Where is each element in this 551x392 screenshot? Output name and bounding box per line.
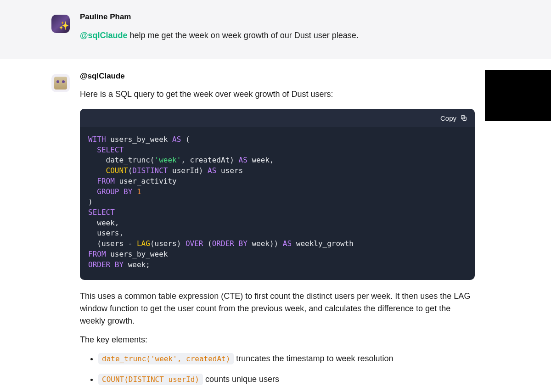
code-header: Copy [80,109,475,127]
bullet-text: counts unique users [203,375,279,384]
assistant-intro: Here is a SQL query to get the week over… [80,88,475,101]
copy-icon [460,114,467,122]
explanation: This uses a common table expression (CTE… [80,290,475,327]
inline-code: COUNT(DISTINCT userId) [98,374,203,385]
assistant-author: @sqlClaude [80,70,475,82]
user-message-body: Pauline Pham @sqlClaude help me get the … [80,11,475,42]
list-item: date_trunc('week', createdAt) truncates … [98,353,475,365]
assistant-message: @sqlClaude Here is a SQL query to get th… [0,59,551,392]
user-author: Pauline Pham [80,11,475,23]
key-elements-label: The key elements: [80,334,475,346]
code-content[interactable]: WITH users_by_week AS ( SELECT date_trun… [80,127,475,280]
key-elements-list: date_trunc('week', createdAt) truncates … [80,353,475,386]
assistant-avatar [51,74,70,92]
mention[interactable]: @sqlClaude [80,31,128,40]
overlay-box [485,70,551,121]
copy-button[interactable]: Copy [440,114,467,122]
user-text-content: help me get the week on week growth of o… [128,31,359,40]
copy-label: Copy [440,114,456,122]
inline-code: date_trunc('week', createdAt) [98,353,234,364]
bot-icon [54,77,67,90]
bullet-text: truncates the timestamp to week resoluti… [234,354,393,363]
user-message: Pauline Pham @sqlClaude help me get the … [0,0,551,59]
user-text: @sqlClaude help me get the week on week … [80,29,475,42]
assistant-message-body: @sqlClaude Here is a SQL query to get th… [80,70,475,386]
list-item: COUNT(DISTINCT userId) counts unique use… [98,373,475,386]
user-avatar [51,15,70,33]
code-block: Copy WITH users_by_week AS ( SELECT date… [80,109,475,280]
